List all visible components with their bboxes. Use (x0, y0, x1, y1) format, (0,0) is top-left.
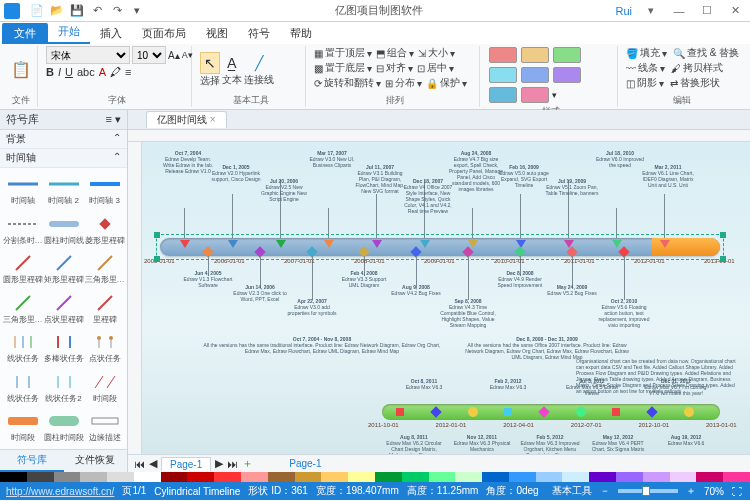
status-url[interactable]: http://www.edrawsoft.cn/ (6, 486, 114, 497)
sec-bg-toggle-icon[interactable]: ⌃ (113, 132, 121, 146)
palette-swatch[interactable] (27, 472, 54, 482)
palette-swatch[interactable] (482, 472, 509, 482)
connector-tool-icon[interactable]: ╱ (252, 53, 266, 73)
tab-help[interactable]: 帮助 (280, 23, 322, 44)
library-item[interactable]: 边缘描述 (84, 407, 125, 447)
align-button[interactable]: ⊟ 对齐 ▾ (376, 61, 413, 75)
zoom-out-icon[interactable]: － (598, 484, 612, 498)
fit-page-icon[interactable]: ⛶ (730, 484, 744, 498)
style-swatch-1[interactable] (489, 47, 517, 63)
canvas[interactable]: 2005-01-012006-01-012007-01-012008-01-01… (142, 142, 750, 454)
file-tab[interactable]: 文件 (2, 23, 48, 44)
library-item[interactable]: 圆柱时间段 (43, 407, 84, 447)
rotate-button[interactable]: ⟳ 旋转和翻转 ▾ (314, 76, 381, 90)
palette-swatch[interactable] (429, 472, 456, 482)
sidebar-sec-timeline[interactable]: 时间轴 (6, 151, 36, 165)
doc-tab[interactable]: 亿图时间线 × (146, 111, 227, 128)
close-button[interactable]: ✕ (722, 2, 748, 20)
milestone-marker[interactable] (612, 408, 620, 416)
palette-swatch[interactable] (402, 472, 429, 482)
library-item[interactable]: 线状任务 (2, 328, 43, 368)
style-swatch-8[interactable] (521, 87, 549, 103)
line-button[interactable]: 〰 线条 ▾ (626, 61, 665, 75)
bring-front-button[interactable]: ▦ 置于顶层 ▾ (314, 46, 372, 60)
palette-swatch[interactable] (268, 472, 295, 482)
bold-button[interactable]: B (46, 66, 54, 78)
library-item[interactable]: 时间轴 (2, 170, 43, 210)
library-item[interactable]: 圆柱时间线 (43, 210, 84, 250)
shrink-font-icon[interactable]: A▾ (182, 50, 193, 60)
style-more-icon[interactable]: ▾ (552, 90, 557, 100)
library-item[interactable]: 时间轴 3 (84, 170, 125, 210)
library-item[interactable]: 时间段 (2, 407, 43, 447)
style-swatch-6[interactable] (553, 67, 581, 83)
page-tab-1[interactable]: Page-1 (161, 457, 211, 471)
grow-font-icon[interactable]: A▴ (168, 50, 180, 61)
paste-icon[interactable]: 📋 (8, 57, 33, 83)
palette-swatch[interactable] (696, 472, 723, 482)
underline-button[interactable]: U (65, 66, 73, 78)
user-dropdown-icon[interactable]: ▾ (638, 2, 664, 20)
palette-swatch[interactable] (723, 472, 750, 482)
minimize-button[interactable]: — (666, 2, 692, 20)
library-item[interactable]: 三角形里… (84, 249, 125, 289)
palette-swatch[interactable] (107, 472, 134, 482)
color-palette[interactable] (0, 472, 750, 482)
palette-swatch[interactable] (241, 472, 268, 482)
palette-swatch[interactable] (80, 472, 107, 482)
library-item[interactable]: 里程碑 (84, 289, 125, 329)
library-item[interactable]: 分割条时… (2, 210, 43, 250)
palette-swatch[interactable] (643, 472, 670, 482)
library-item[interactable]: 多棒状任务 (43, 328, 84, 368)
page-first-icon[interactable]: ⏮ (134, 458, 145, 470)
tab-layout[interactable]: 页面布局 (132, 23, 196, 44)
palette-swatch[interactable] (375, 472, 402, 482)
text-tool-icon[interactable]: A̲ (224, 53, 240, 73)
sidebar-foot-lib[interactable]: 符号库 (0, 450, 64, 472)
library-item[interactable]: 菱形里程碑 (84, 210, 125, 250)
maximize-button[interactable]: ☐ (694, 2, 720, 20)
select-tool-icon[interactable]: ↖ (200, 52, 220, 74)
library-item[interactable]: 点状任务 (84, 328, 125, 368)
status-zoom[interactable]: 70% (704, 486, 724, 497)
page-last-icon[interactable]: ⏭ (227, 458, 238, 470)
italic-button[interactable]: I (58, 66, 61, 78)
palette-swatch[interactable] (0, 472, 27, 482)
style-swatch-7[interactable] (489, 87, 517, 103)
qat-open-icon[interactable]: 📂 (48, 3, 66, 19)
library-item[interactable]: 线状任务2 (43, 368, 84, 408)
palette-swatch[interactable] (616, 472, 643, 482)
palette-swatch[interactable] (54, 472, 81, 482)
palette-swatch[interactable] (536, 472, 563, 482)
palette-swatch[interactable] (670, 472, 697, 482)
shadow-button[interactable]: ◫ 阴影 ▾ (626, 76, 664, 90)
palette-swatch[interactable] (134, 472, 161, 482)
distribute-button[interactable]: ⊞ 分布 ▾ (385, 76, 422, 90)
doc-tab-close-icon[interactable]: × (210, 114, 216, 125)
style-swatch-2[interactable] (521, 47, 549, 63)
palette-swatch[interactable] (321, 472, 348, 482)
milestone-marker[interactable] (468, 407, 478, 417)
palette-swatch[interactable] (161, 472, 188, 482)
palette-swatch[interactable] (295, 472, 322, 482)
qat-undo-icon[interactable]: ↶ (88, 3, 106, 19)
palette-swatch[interactable] (562, 472, 589, 482)
font-color-icon[interactable]: A (99, 66, 106, 78)
palette-swatch[interactable] (455, 472, 482, 482)
sidebar-sec-bg[interactable]: 背景 (6, 132, 26, 146)
library-item[interactable]: 时间轴 2 (43, 170, 84, 210)
send-back-button[interactable]: ▩ 置于底层 ▾ (314, 61, 372, 75)
find-replace-button[interactable]: 🔍 查找 & 替换 (673, 46, 739, 60)
style-swatch-4[interactable] (489, 67, 517, 83)
tab-home[interactable]: 开始 (48, 21, 90, 44)
palette-swatch[interactable] (187, 472, 214, 482)
library-item[interactable]: 矩形里程碑 (43, 249, 84, 289)
qat-new-icon[interactable]: 📄 (28, 3, 46, 19)
strike-button[interactable]: abc (77, 66, 95, 78)
user-label[interactable]: Rui (611, 2, 636, 20)
protect-button[interactable]: 🔒 保护 ▾ (426, 76, 467, 90)
milestone-marker[interactable] (684, 407, 694, 417)
highlight-icon[interactable]: 🖍 (110, 66, 121, 78)
palette-swatch[interactable] (348, 472, 375, 482)
tab-symbol[interactable]: 符号 (238, 23, 280, 44)
